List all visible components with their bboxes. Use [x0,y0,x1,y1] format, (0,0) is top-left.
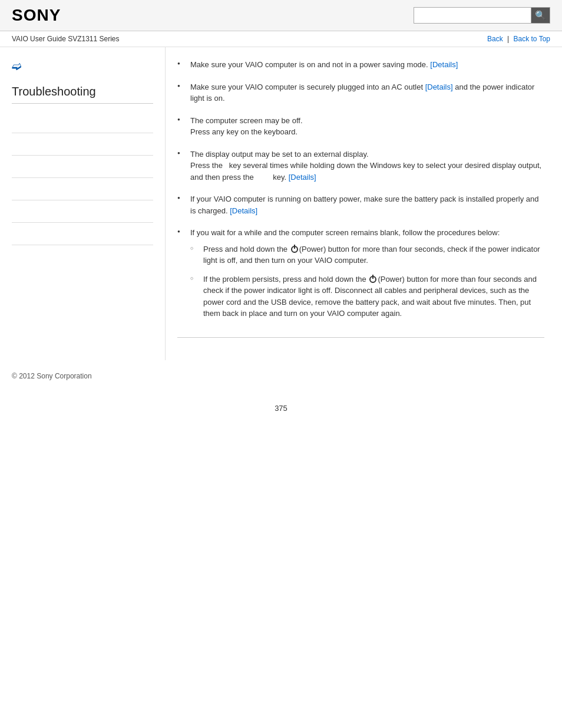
sidebar-item-1[interactable] [12,111,153,133]
sub-dot-2 [190,275,199,283]
bullet-item-6: If you wait for a while and the computer… [177,227,544,327]
details-link-4[interactable]: [Details] [289,173,316,182]
details-link-1[interactable]: [Details] [430,60,458,69]
content-area: Make sure your VAIO computer is on and n… [165,47,562,360]
search-input[interactable] [414,7,531,24]
search-area: 🔍 [414,7,550,24]
sidebar-item-2[interactable] [12,133,153,156]
sidebar-chevron-icon: ➫ [12,59,153,73]
bullet-dot-2 [177,83,186,90]
bullet-item-1: Make sure your VAIO computer is on and n… [177,59,544,71]
bullet-dot-6 [177,228,186,235]
bullet-text-6: If you wait for a while and the computer… [190,227,544,327]
sidebar-item-6[interactable] [12,223,153,245]
sony-logo: SONY [12,6,61,25]
sub-list: Press and hold down the (Power) button f… [190,243,544,319]
bullet-dot-1 [177,60,186,67]
copyright: © 2012 Sony Corporation [12,372,92,380]
bullet-item-2: Make sure your VAIO computer is securely… [177,81,544,104]
sidebar-item-3[interactable] [12,156,153,178]
content-divider [177,337,544,338]
back-to-top-link[interactable]: Back to Top [514,35,550,43]
bullet-text-4: The display output may be set to an exte… [190,149,544,183]
bullet-dot-5 [177,195,186,202]
bullet-text-3: The computer screen may be off. Press an… [190,115,303,138]
sidebar: ➫ Troubleshooting [0,47,165,360]
nav-links: Back | Back to Top [487,35,550,43]
bullet-text-2: Make sure your VAIO computer is securely… [190,81,544,104]
search-icon: 🔍 [535,10,546,21]
page-number-text: 375 [275,404,287,413]
header: SONY 🔍 [0,0,562,31]
sub-item-1: Press and hold down the (Power) button f… [190,243,544,266]
bullet-list: Make sure your VAIO computer is on and n… [177,59,544,327]
sidebar-title: Troubleshooting [12,85,153,104]
details-link-2[interactable]: [Details] [425,83,453,91]
search-button[interactable]: 🔍 [531,7,550,24]
main-container: ➫ Troubleshooting Make sure your VAIO co… [0,47,562,360]
footer: © 2012 Sony Corporation [0,360,562,392]
details-link-5[interactable]: [Details] [230,206,257,215]
power-icon-2 [369,276,376,283]
breadcrumb: VAIO User Guide SVZ1311 Series [12,35,120,43]
nav-separator: | [507,35,509,43]
sidebar-item-5[interactable] [12,200,153,223]
bullet-text-5: If your VAIO computer is running on batt… [190,193,544,216]
nav-bar: VAIO User Guide SVZ1311 Series Back | Ba… [0,31,562,47]
sub-text-2: If the problem persists, press and hold … [203,274,544,319]
power-icon-1 [291,246,298,253]
bullet-text-1: Make sure your VAIO computer is on and n… [190,59,458,71]
sidebar-item-4[interactable] [12,178,153,200]
sub-dot-1 [190,245,199,253]
sub-item-2: If the problem persists, press and hold … [190,274,544,319]
back-link[interactable]: Back [487,35,503,43]
bullet-dot-4 [177,150,186,157]
page-number: 375 [0,392,562,424]
bullet-item-3: The computer screen may be off. Press an… [177,115,544,138]
bullet-item-5: If your VAIO computer is running on batt… [177,193,544,216]
bullet-item-4: The display output may be set to an exte… [177,149,544,183]
sub-text-1: Press and hold down the (Power) button f… [203,243,544,266]
bullet-dot-3 [177,116,186,123]
